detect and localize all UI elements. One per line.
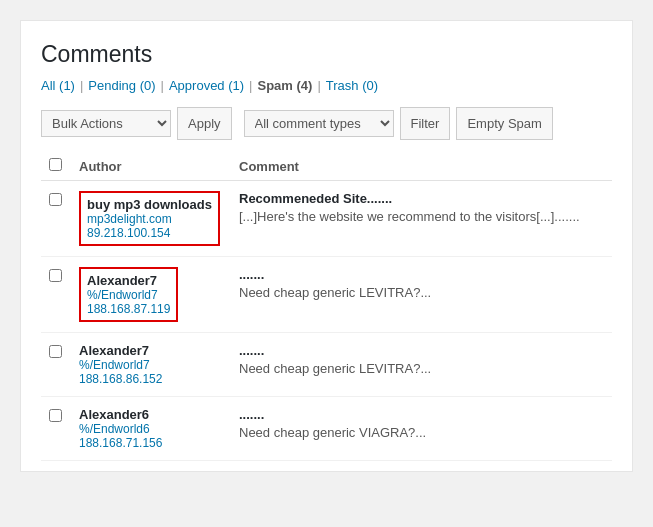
select-all-header [41, 152, 71, 181]
row-checkbox[interactable] [49, 345, 62, 358]
comment-title: Recommeneded Site....... [239, 191, 604, 206]
comment-body: Need cheap generic LEVITRA?... [239, 285, 604, 300]
select-all-checkbox[interactable] [49, 158, 62, 171]
comment-body: Need cheap generic LEVITRA?... [239, 361, 604, 376]
author-cell: buy mp3 downloadsmp3delight.com89.218.10… [71, 181, 231, 257]
comment-title: ....... [239, 343, 604, 358]
row-checkbox[interactable] [49, 269, 62, 282]
author-name: Alexander7 [87, 273, 157, 288]
row-checkbox[interactable] [49, 409, 62, 422]
nav-tab-approved[interactable]: Approved (1) [169, 78, 244, 93]
comments-table: Author Comment buy mp3 downloadsmp3delig… [41, 152, 612, 461]
author-name: Alexander7 [79, 343, 149, 358]
comment-types-select[interactable]: All comment types [244, 110, 394, 137]
comment-cell: .......Need cheap generic LEVITRA?... [231, 333, 612, 397]
nav-tab-all[interactable]: All (1) [41, 78, 75, 93]
toolbar: Bulk Actions Apply All comment types Fil… [41, 103, 612, 144]
table-row: Alexander6%/Endworld6188.168.71.156.....… [41, 397, 612, 461]
apply-button[interactable]: Apply [177, 107, 232, 140]
comment-column-header: Comment [231, 152, 612, 181]
nav-tab-trash[interactable]: Trash (0) [326, 78, 378, 93]
nav-tabs: All (1) | Pending (0) | Approved (1) | S… [41, 78, 612, 93]
nav-tab-spam[interactable]: Spam (4) [258, 78, 313, 93]
filter-button[interactable]: Filter [400, 107, 451, 140]
row-checkbox[interactable] [49, 193, 62, 206]
author-url[interactable]: mp3delight.com [87, 212, 212, 226]
bulk-actions-select[interactable]: Bulk Actions [41, 110, 171, 137]
table-row: Alexander7%/Endworld7188.168.86.152.....… [41, 333, 612, 397]
comment-cell: .......Need cheap generic VIAGRA?... [231, 397, 612, 461]
page-title: Comments [41, 41, 612, 68]
author-cell: Alexander6%/Endworld6188.168.71.156 [71, 397, 231, 461]
author-ip[interactable]: 188.168.87.119 [87, 302, 170, 316]
comment-body: [...]Here's the website we recommend to … [239, 209, 604, 224]
author-ip[interactable]: 188.168.71.156 [79, 436, 223, 450]
author-url[interactable]: %/Endworld7 [79, 358, 223, 372]
author-url[interactable]: %/Endworld6 [79, 422, 223, 436]
author-ip[interactable]: 188.168.86.152 [79, 372, 223, 386]
empty-spam-button[interactable]: Empty Spam [456, 107, 552, 140]
author-url[interactable]: %/Endworld7 [87, 288, 170, 302]
comment-cell: .......Need cheap generic LEVITRA?... [231, 257, 612, 333]
author-column-header: Author [71, 152, 231, 181]
author-cell: Alexander7%/Endworld7188.168.87.119 [71, 257, 231, 333]
comment-title: ....... [239, 267, 604, 282]
comment-cell: Recommeneded Site.......[...]Here's the … [231, 181, 612, 257]
author-name: buy mp3 downloads [87, 197, 212, 212]
table-row: buy mp3 downloadsmp3delight.com89.218.10… [41, 181, 612, 257]
nav-tab-pending[interactable]: Pending (0) [88, 78, 155, 93]
author-name: Alexander6 [79, 407, 149, 422]
comment-title: ....... [239, 407, 604, 422]
table-row: Alexander7%/Endworld7188.168.87.119.....… [41, 257, 612, 333]
author-ip[interactable]: 89.218.100.154 [87, 226, 212, 240]
comment-body: Need cheap generic VIAGRA?... [239, 425, 604, 440]
author-cell: Alexander7%/Endworld7188.168.86.152 [71, 333, 231, 397]
